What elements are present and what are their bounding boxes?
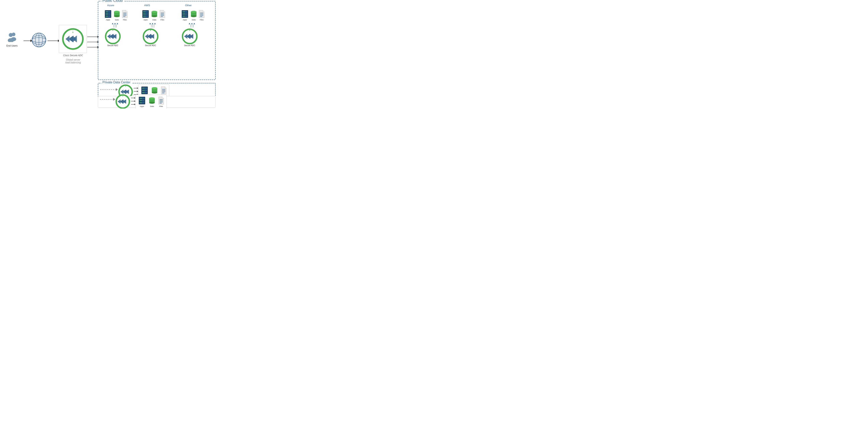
svg-rect-71 xyxy=(184,11,185,12)
svg-rect-51 xyxy=(145,16,145,17)
svg-point-120 xyxy=(122,96,123,96)
svg-rect-45 xyxy=(145,11,145,12)
svg-point-11 xyxy=(72,32,73,33)
other-apps-icon: Apps xyxy=(181,10,189,21)
svg-point-55 xyxy=(152,11,157,13)
azure-label: Azure xyxy=(107,4,114,7)
svg-point-38 xyxy=(113,29,113,30)
svg-point-90 xyxy=(189,29,190,30)
svg-rect-132 xyxy=(140,103,141,103)
svg-rect-48 xyxy=(145,13,145,15)
azure-data-label: Data xyxy=(115,19,119,21)
other-resources: Apps Data xyxy=(181,10,205,21)
azure-files-label: Files xyxy=(123,19,127,21)
aws-section: AWS xyxy=(144,4,150,7)
svg-point-29 xyxy=(114,11,120,13)
other-adc: Secure ADC xyxy=(182,28,198,47)
svg-point-2 xyxy=(9,33,13,37)
svg-point-95 xyxy=(125,86,126,87)
private-resource-box-2: Apps Data xyxy=(135,94,167,109)
svg-rect-50 xyxy=(143,16,144,17)
svg-rect-76 xyxy=(183,16,184,17)
aws-label: AWS xyxy=(144,4,150,7)
svg-point-37 xyxy=(113,30,114,31)
svg-rect-107 xyxy=(143,92,143,93)
svg-point-111 xyxy=(152,92,157,93)
private-adc1-arrows xyxy=(134,87,138,95)
other-files-icon: Files xyxy=(199,10,205,21)
private-adc-2: Cisco Secure ADC xyxy=(116,94,130,109)
dotted-line-2 xyxy=(100,99,114,99)
svg-rect-108 xyxy=(144,92,144,93)
private-dc-title: Private Data Center xyxy=(101,81,132,84)
svg-rect-21 xyxy=(106,13,106,15)
svg-rect-22 xyxy=(107,13,108,15)
arrow-to-adc1 xyxy=(116,88,118,91)
svg-point-63 xyxy=(150,30,151,31)
svg-rect-18 xyxy=(106,11,106,12)
svg-rect-129 xyxy=(140,100,141,101)
main-adc-box xyxy=(59,25,87,53)
svg-point-136 xyxy=(149,102,155,104)
svg-rect-44 xyxy=(143,11,144,12)
private-data-2-label: Data xyxy=(150,105,154,107)
svg-marker-83 xyxy=(203,10,204,12)
aws-adc: Secure ADC xyxy=(143,28,159,47)
main-adc-label: Cisco Secure ADC xyxy=(56,54,90,57)
svg-rect-77 xyxy=(184,16,185,17)
svg-rect-73 xyxy=(183,13,184,15)
private-apps-2-label: Apps xyxy=(140,105,144,107)
other-data-icon: Data xyxy=(190,10,197,21)
svg-rect-105 xyxy=(144,90,144,91)
aws-data-icon: Data xyxy=(151,10,158,21)
globe-icon xyxy=(31,32,47,48)
svg-point-137 xyxy=(149,97,155,99)
other-label: Other xyxy=(185,4,192,7)
svg-rect-101 xyxy=(143,88,143,89)
svg-point-64 xyxy=(150,29,151,30)
svg-point-89 xyxy=(189,30,190,31)
svg-rect-24 xyxy=(106,16,106,17)
architecture-diagram: End Users xyxy=(0,0,217,109)
svg-marker-114 xyxy=(165,87,166,88)
svg-marker-57 xyxy=(163,10,165,12)
public-cloud-title: Public Cloud xyxy=(101,0,124,3)
svg-rect-25 xyxy=(107,16,108,17)
private-data-2: Data xyxy=(149,96,155,107)
other-apps-label: Apps xyxy=(183,19,187,21)
svg-rect-130 xyxy=(141,100,142,101)
private-files-2: Files xyxy=(158,96,164,107)
svg-point-112 xyxy=(152,87,157,89)
svg-marker-31 xyxy=(126,10,127,12)
azure-adc: Secure ADC xyxy=(105,28,121,47)
arrow-globe-to-adc xyxy=(48,39,60,42)
arrows-adc-to-cloud xyxy=(87,36,99,48)
svg-marker-139 xyxy=(162,97,164,98)
aws-files-label: Files xyxy=(160,19,164,21)
svg-point-28 xyxy=(114,15,120,17)
azure-data-icon: Data xyxy=(114,10,120,21)
private-adc2-arrows xyxy=(131,97,135,105)
azure-resources: Apps Data xyxy=(104,10,128,21)
aws-files-icon: Files xyxy=(159,10,165,21)
azure-apps-label: Apps xyxy=(106,19,110,21)
aws-up-arrows xyxy=(149,23,156,27)
azure-files-icon: Files xyxy=(122,10,128,21)
svg-rect-70 xyxy=(183,11,184,12)
other-data-label: Data xyxy=(192,19,195,21)
private-files-2-label: Files xyxy=(159,105,163,107)
private-apps-2: Apps xyxy=(138,96,146,107)
svg-rect-126 xyxy=(140,98,141,99)
main-adc-gslb-label: Global server load balancing xyxy=(56,58,90,64)
public-cloud-box: Public Cloud Azure xyxy=(98,1,216,80)
aws-apps-label: Apps xyxy=(144,19,148,21)
aws-resources: Apps Data xyxy=(142,10,165,21)
other-files-label: Files xyxy=(200,19,204,21)
svg-rect-47 xyxy=(143,13,144,15)
azure-adc-label: Secure ADC xyxy=(107,45,118,47)
other-section: Other xyxy=(185,4,192,7)
private-dc-row-2: Cisco Secure ADC xyxy=(98,96,216,108)
azure-apps-icon: Apps xyxy=(104,10,112,21)
aws-apps-icon: Apps xyxy=(142,10,149,21)
svg-rect-19 xyxy=(107,11,108,12)
